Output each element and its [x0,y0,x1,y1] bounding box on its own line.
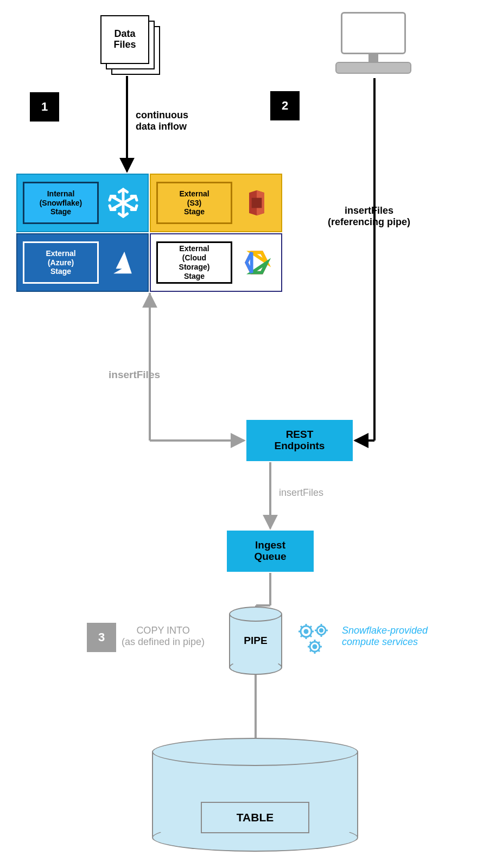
stages-grid: Internal(Snowflake)Stage External(S3)Sta… [16,174,282,291]
table-label: TABLE [201,802,309,833]
label-insertfiles-ref-pipe: insertFiles(referencing pipe) [328,205,410,227]
ingest-queue-node: IngestQueue [227,531,314,572]
computer-icon [335,12,411,77]
svg-line-29 [301,635,302,637]
data-files-label: DataFiles [100,15,149,64]
svg-line-28 [310,635,312,637]
step-badge-2: 2 [270,91,300,120]
svg-line-45 [310,650,312,652]
table-node: TABLE [152,738,358,852]
svg-marker-18 [252,252,267,263]
data-files-icon: DataFiles [100,15,160,75]
label-continuous-inflow: continuousdata inflow [136,110,188,132]
svg-line-27 [301,626,302,628]
label-compute-services: Snowflake-providedcompute services [342,625,428,647]
stage-snowflake: Internal(Snowflake)Stage [16,174,149,232]
label-insertfiles-left: insertFiles [109,369,160,381]
pipe-node: PIPE [229,607,282,675]
stage-azure: External(Azure)Stage [16,233,149,292]
label-insertfiles-mid: insertFiles [279,487,323,499]
rest-endpoints-node: RESTEndpoints [246,420,353,461]
svg-marker-20 [246,252,251,272]
svg-line-46 [318,642,320,643]
svg-point-32 [320,629,323,632]
svg-point-22 [304,630,308,633]
aws-s3-icon [232,188,281,218]
gears-icon [293,617,336,661]
svg-line-43 [310,642,312,643]
google-cloud-icon [232,247,281,278]
diagram-canvas: DataFiles 1 2 3 continuousdata inflow in… [0,0,502,868]
svg-point-38 [313,645,316,648]
svg-marker-19 [252,263,267,273]
svg-rect-16 [252,198,262,208]
azure-icon [99,248,148,277]
stage-gcs-label: External(CloudStorage)Stage [156,241,232,284]
step-badge-1: 1 [30,92,59,122]
label-copy-into: COPY INTO(as defined in pipe) [122,625,205,647]
svg-line-30 [310,626,312,628]
svg-line-44 [318,650,320,652]
snowflake-icon [99,187,148,219]
stage-s3-label: External(S3)Stage [156,182,232,224]
stage-gcs: External(CloudStorage)Stage [150,233,282,292]
stage-azure-label: External(Azure)Stage [23,241,99,284]
step-badge-3: 3 [87,623,116,652]
stage-s3: External(S3)Stage [150,174,282,232]
stage-snowflake-label: Internal(Snowflake)Stage [23,182,99,224]
